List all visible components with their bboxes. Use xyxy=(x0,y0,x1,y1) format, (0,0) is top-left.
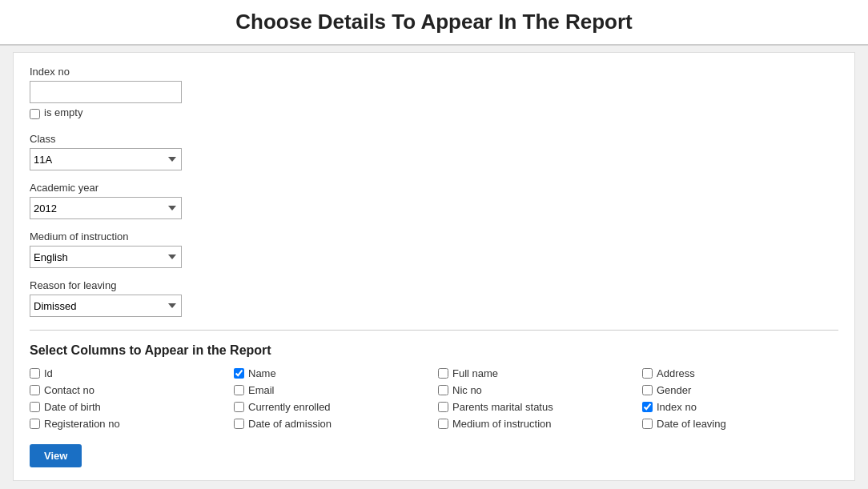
col-checkbox-date-leaving[interactable] xyxy=(642,419,653,429)
list-item: Date of admission xyxy=(234,418,430,430)
main-container: Index no is empty Class 11A 11B 12A 12B … xyxy=(13,52,855,481)
reason-select[interactable]: Dimissed Transferred Completed xyxy=(30,295,182,317)
reason-group: Reason for leaving Dimissed Transferred … xyxy=(30,279,838,317)
list-item: Medium of instruction xyxy=(438,418,634,430)
list-item: Currently enrolled xyxy=(234,401,430,413)
col-checkbox-name[interactable] xyxy=(234,368,244,379)
class-select[interactable]: 11A 11B 12A 12B xyxy=(30,148,182,170)
col-checkbox-id[interactable] xyxy=(30,368,40,379)
columns-section-title: Select Columns to Appear in the Report xyxy=(30,343,838,358)
col-checkbox-email[interactable] xyxy=(234,385,244,395)
list-item: Name xyxy=(234,367,430,379)
col-label-contact-no: Contact no xyxy=(44,384,94,396)
list-item: Date of birth xyxy=(30,401,226,413)
list-item: Full name xyxy=(438,367,634,379)
list-item: Index no xyxy=(642,401,838,413)
list-item: Registeration no xyxy=(30,418,226,430)
medium-select[interactable]: English Tamil Sinhala xyxy=(30,246,182,268)
col-label-currently-enrolled: Currently enrolled xyxy=(248,401,331,413)
index-no-label: Index no xyxy=(30,66,838,78)
col-label-parents-marital: Parents marital status xyxy=(452,401,553,413)
col-label-medium: Medium of instruction xyxy=(452,418,552,430)
reason-label: Reason for leaving xyxy=(30,279,838,291)
col-checkbox-contact-no[interactable] xyxy=(30,385,40,395)
col-checkbox-currently-enrolled[interactable] xyxy=(234,402,244,412)
col-checkbox-full-name[interactable] xyxy=(438,368,448,379)
is-empty-checkbox[interactable] xyxy=(30,109,40,119)
is-empty-line: is empty xyxy=(30,106,838,122)
academic-year-label: Academic year xyxy=(30,182,838,194)
col-label-registration-no: Registeration no xyxy=(44,418,120,430)
col-checkbox-address[interactable] xyxy=(642,368,653,379)
list-item: Parents marital status xyxy=(438,401,634,413)
is-empty-label: is empty xyxy=(44,106,82,118)
list-item: Date of leaving xyxy=(642,418,838,430)
col-label-name: Name xyxy=(248,367,276,379)
page-header: Choose Details To Appear In The Report xyxy=(0,0,868,46)
col-checkbox-medium[interactable] xyxy=(438,419,448,429)
page-title: Choose Details To Appear In The Report xyxy=(0,10,868,34)
list-item: Id xyxy=(30,367,226,379)
col-label-address: Address xyxy=(657,367,695,379)
col-checkbox-date-admission[interactable] xyxy=(234,419,244,429)
columns-grid: Id Name Full name Address Contact no Ema… xyxy=(30,367,838,430)
medium-group: Medium of instruction English Tamil Sinh… xyxy=(30,230,838,268)
academic-year-group: Academic year 2012 2013 2014 2015 xyxy=(30,182,838,219)
col-label-full-name: Full name xyxy=(452,367,498,379)
col-checkbox-nic-no[interactable] xyxy=(438,385,448,395)
class-label: Class xyxy=(30,133,838,145)
col-label-date-admission: Date of admission xyxy=(248,418,332,430)
col-label-dob: Date of birth xyxy=(44,401,101,413)
col-label-date-leaving: Date of leaving xyxy=(657,418,726,430)
col-label-nic-no: Nic no xyxy=(452,384,482,396)
view-button[interactable]: View xyxy=(30,444,82,467)
col-label-index-no: Index no xyxy=(657,401,697,413)
col-label-email: Email xyxy=(248,384,275,396)
list-item: Contact no xyxy=(30,384,226,396)
medium-label: Medium of instruction xyxy=(30,230,838,242)
col-label-id: Id xyxy=(44,367,53,379)
index-no-input[interactable] xyxy=(30,81,182,103)
section-divider xyxy=(30,330,838,331)
list-item: Address xyxy=(642,367,838,379)
list-item: Email xyxy=(234,384,430,396)
academic-year-select[interactable]: 2012 2013 2014 2015 xyxy=(30,197,182,219)
col-checkbox-parents-marital[interactable] xyxy=(438,402,448,412)
col-checkbox-index-no[interactable] xyxy=(642,402,653,412)
col-checkbox-dob[interactable] xyxy=(30,402,40,412)
class-group: Class 11A 11B 12A 12B xyxy=(30,133,838,170)
col-label-gender: Gender xyxy=(657,384,691,396)
col-checkbox-gender[interactable] xyxy=(642,385,653,395)
col-checkbox-registration-no[interactable] xyxy=(30,419,40,429)
index-no-group: Index no is empty xyxy=(30,66,838,122)
list-item: Gender xyxy=(642,384,838,396)
list-item: Nic no xyxy=(438,384,634,396)
